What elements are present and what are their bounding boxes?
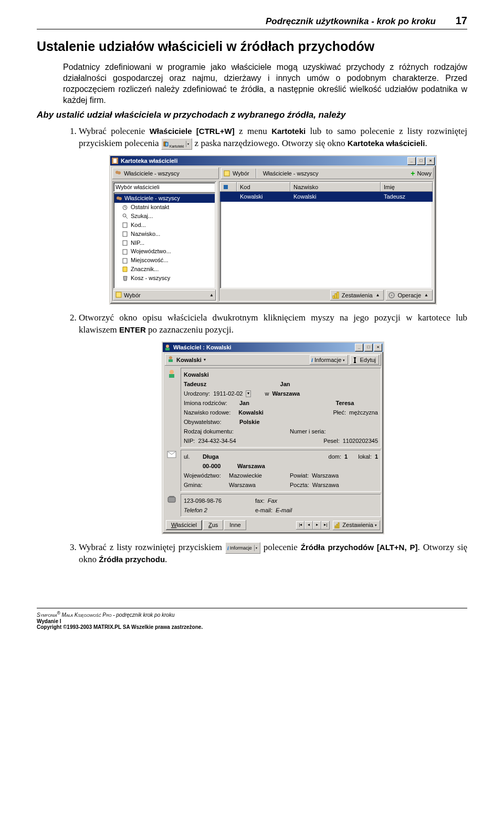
edytuj-button[interactable]: Edytuj — [350, 355, 379, 365]
record-nav[interactable]: |◂ ◂ ▸ ▸| — [296, 521, 330, 530]
tree-item[interactable]: Kosz - wszyscy — [114, 274, 215, 283]
tree-item[interactable]: Znacznik... — [114, 265, 215, 274]
svg-line-13 — [125, 216, 128, 219]
svg-point-28 — [169, 356, 172, 359]
col-imie[interactable]: Imię — [381, 182, 433, 192]
wybor-button[interactable]: Wybór — [223, 170, 249, 178]
maximize-button[interactable]: □ — [417, 157, 425, 165]
kartoteki-toolbar-button[interactable]: Kartoteki — [161, 138, 193, 150]
county: Warszawa — [312, 472, 339, 480]
tree-item[interactable]: Województwo... — [114, 247, 215, 256]
owner-name: Kowalski — [176, 356, 202, 364]
svg-rect-20 — [224, 185, 228, 189]
svg-line-11 — [125, 208, 126, 208]
zip: 00-000 — [203, 462, 234, 470]
col-kod[interactable]: Kod — [237, 182, 290, 192]
second-name: Jan — [280, 380, 290, 388]
minimize-button[interactable]: _ — [407, 157, 416, 165]
grid-body[interactable]: Kowalski Kowalski Tadeusz — [220, 192, 433, 289]
section-heading: Ustalenie udziałów właścicieli w źródłac… — [37, 39, 467, 54]
window-icon — [164, 344, 171, 351]
sex: mężczyzna — [349, 409, 378, 417]
svg-rect-14 — [123, 223, 127, 227]
house-no: 1 — [344, 453, 348, 461]
panel-icon — [165, 368, 178, 450]
phone2: Telefon 2 — [184, 506, 252, 514]
nav-first[interactable]: |◂ — [296, 521, 304, 530]
owner-detail-window: Właściciel : Kowalski _ □ × Kowalski ▾ i — [162, 341, 384, 534]
city: Warszawa — [237, 462, 265, 470]
tab-wlasciciel[interactable]: Właściciel — [166, 520, 202, 530]
zestawienia-button[interactable]: Zestawienia▲ — [330, 290, 384, 301]
zestawienia-button[interactable]: Zestawienia▾ — [333, 521, 380, 530]
svg-point-33 — [170, 370, 174, 374]
phone: 123-098-98-76 — [184, 497, 252, 505]
svg-rect-19 — [116, 292, 121, 297]
maximize-button[interactable]: □ — [364, 344, 373, 351]
page-footer: Symfonia® Mała Księgowość Pro - podręczn… — [37, 608, 467, 629]
dropdown-caret-icon — [186, 141, 190, 147]
informacje-inline-button[interactable]: i Informacje — [225, 542, 260, 554]
tree-root[interactable]: Właściciele - wszyscy — [114, 194, 215, 203]
wybor-tab[interactable]: Wybór ▲ — [113, 290, 216, 301]
info-icon: i — [227, 545, 229, 552]
nav-next[interactable]: ▸ — [313, 521, 321, 530]
step-3: Wybrać z listy rozwiniętej przyciskiem i… — [79, 542, 467, 566]
tab-inne[interactable]: Inne — [224, 520, 246, 530]
page-number: 17 — [436, 15, 467, 27]
grid-row-selected[interactable]: Kowalski Kowalski Tadeusz — [220, 192, 433, 202]
minimize-button[interactable]: _ — [355, 344, 363, 351]
svg-rect-15 — [123, 232, 127, 236]
owners-all-desc: Właściciele - wszyscy — [263, 170, 319, 178]
tab-zus[interactable]: Zus — [203, 520, 223, 530]
svg-rect-3 — [113, 159, 117, 163]
svg-point-8 — [119, 197, 122, 200]
step-2: Otworzyć okno opisu właściciela dwukrotn… — [79, 312, 467, 534]
dropdown-caret-icon — [254, 545, 258, 551]
email: E-mail — [276, 506, 292, 514]
citizenship: Polskie — [239, 418, 260, 426]
tree-item[interactable]: Miejscowość... — [114, 256, 215, 265]
pesel: 11020202345 — [343, 437, 378, 445]
selection-tree[interactable]: Właściciele - wszyscy Ostatni kontakt Sz… — [113, 192, 216, 289]
svg-point-25 — [391, 295, 393, 296]
tree-item[interactable]: Szukaj... — [114, 212, 215, 221]
street: Długa — [203, 453, 326, 461]
date-picker-button[interactable]: ▾ — [246, 390, 251, 397]
window-title: Kartoteka właścicieli — [121, 157, 406, 165]
birthdate: 1911-02-02 — [213, 390, 243, 398]
operacje-button[interactable]: Operacje▲ — [386, 290, 433, 301]
surname: Kowalski — [184, 371, 209, 379]
address-icon — [165, 450, 178, 494]
svg-rect-6 — [224, 171, 229, 176]
svg-rect-18 — [123, 258, 127, 263]
svg-rect-16 — [123, 241, 127, 245]
svg-rect-38 — [335, 526, 336, 528]
lead-paragraph: Aby ustalić udział właściciela w przycho… — [37, 110, 467, 120]
tree-item[interactable]: Kod... — [114, 221, 215, 230]
svg-rect-22 — [335, 294, 337, 298]
svg-point-26 — [166, 345, 169, 348]
col-nazwisko[interactable]: Nazwisko — [290, 182, 381, 192]
owners-all-label[interactable]: Właściciele - wszyscy — [114, 170, 180, 178]
informacje-button[interactable]: i Informacje▾ — [310, 355, 348, 365]
nav-prev[interactable]: ◂ — [304, 521, 313, 530]
nowy-button[interactable]: + Nowy — [411, 169, 432, 179]
window-title: Właściciel : Kowalski — [173, 344, 354, 351]
nav-last[interactable]: ▸| — [321, 521, 330, 530]
edit-icon — [352, 357, 358, 363]
tree-item[interactable]: NIP... — [114, 239, 215, 247]
svg-rect-39 — [337, 524, 338, 528]
svg-rect-40 — [338, 523, 339, 528]
tree-item[interactable]: Ostatni kontakt — [114, 203, 215, 212]
titlebar[interactable]: Właściciel : Kowalski _ □ × — [163, 343, 383, 352]
marker-col[interactable] — [220, 182, 237, 192]
titlebar[interactable]: Kartoteka właścicieli _ □ × — [110, 156, 436, 165]
close-button[interactable]: × — [374, 344, 382, 351]
flat-no: 1 — [375, 453, 378, 461]
fax: Fax — [268, 497, 277, 505]
mother-name: Teresa — [336, 399, 354, 407]
close-button[interactable]: × — [426, 157, 435, 165]
svg-rect-21 — [333, 296, 334, 298]
tree-item[interactable]: Nazwisko... — [114, 230, 215, 239]
